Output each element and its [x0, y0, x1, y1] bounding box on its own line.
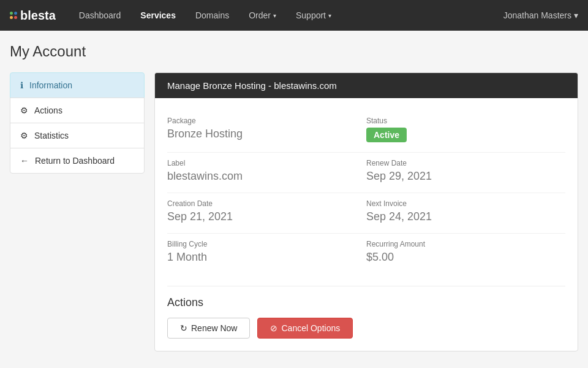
information-icon: ℹ	[20, 80, 23, 90]
sidebar-item-information-label: Information	[29, 80, 72, 90]
next-invoice-value: Sep 24, 2021	[366, 210, 559, 223]
renew-date-value: Sep 29, 2021	[366, 170, 559, 183]
logo-dot-2	[14, 12, 17, 15]
sidebar-item-return[interactable]: ← Return to Dashboard	[10, 148, 145, 174]
sidebar: ℹ Information ⚙ Actions ⚙ Statistics ← R…	[10, 72, 145, 173]
nav-support[interactable]: Support ▾	[287, 0, 340, 31]
renew-date-label: Renew Date	[366, 159, 559, 167]
footer: Powered by Blesta , © Phillips Data, Inc…	[10, 364, 578, 368]
sidebar-item-return-label: Return to Dashboard	[35, 156, 115, 166]
topnav: blesta Dashboard Services Domains Order …	[0, 0, 588, 31]
sidebar-item-statistics-label: Statistics	[34, 131, 69, 140]
recurring-amount-label: Recurring Amount	[366, 240, 559, 248]
cancel-options-button[interactable]: ⊘ Cancel Options	[257, 318, 353, 339]
user-menu[interactable]: Jonathan Masters ▾	[503, 10, 578, 20]
status-badge: Active	[366, 128, 407, 142]
return-icon: ←	[20, 156, 29, 166]
order-dropdown-arrow: ▾	[273, 12, 276, 19]
billing-cycle-label: Billing Cycle	[167, 240, 348, 248]
nav-dashboard[interactable]: Dashboard	[70, 0, 130, 31]
label-cell: Label blestawins.com	[167, 153, 366, 193]
next-invoice-label: Next Invoice	[366, 199, 559, 208]
nav-order[interactable]: Order ▾	[240, 0, 285, 31]
nav-links: Dashboard Services Domains Order ▾ Suppo…	[70, 0, 503, 31]
statistics-icon: ⚙	[20, 131, 28, 140]
label-label: Label	[167, 159, 348, 167]
creation-date-cell: Creation Date Sep 21, 2021	[167, 193, 366, 234]
creation-date-label: Creation Date	[167, 199, 348, 208]
renew-date-cell: Renew Date Sep 29, 2021	[366, 153, 565, 193]
label-value: blestawins.com	[167, 170, 348, 183]
billing-cycle-cell: Billing Cycle 1 Month	[167, 234, 366, 274]
logo-dot-1	[10, 12, 13, 15]
sidebar-item-actions[interactable]: ⚙ Actions	[10, 98, 145, 123]
panel-header-title: Manage Bronze Hosting - blestawins.com	[167, 80, 337, 91]
package-value: Bronze Hosting	[167, 128, 348, 140]
cancel-icon: ⊘	[270, 323, 277, 333]
support-dropdown-arrow: ▾	[328, 12, 331, 19]
logo-dot-4	[14, 16, 17, 19]
recurring-amount-cell: Recurring Amount $5.00	[366, 234, 565, 274]
actions-section-title: Actions	[167, 296, 565, 309]
package-cell: Package Bronze Hosting	[167, 110, 366, 153]
renew-icon: ↻	[180, 323, 187, 333]
status-label: Status	[366, 117, 559, 125]
nav-services[interactable]: Services	[132, 0, 184, 31]
panel-body: Package Bronze Hosting Status Active Lab…	[155, 98, 578, 351]
sidebar-item-information[interactable]: ℹ Information	[10, 72, 145, 98]
actions-icon: ⚙	[20, 105, 28, 115]
logo[interactable]: blesta	[10, 9, 56, 23]
page-title: My Account	[10, 43, 578, 60]
logo-dot-3	[10, 16, 13, 19]
status-badge-wrapper: Active	[366, 128, 559, 142]
sidebar-item-statistics[interactable]: ⚙ Statistics	[10, 123, 145, 148]
recurring-amount-value: $5.00	[366, 251, 559, 264]
creation-date-value: Sep 21, 2021	[167, 210, 348, 223]
package-label: Package	[167, 117, 348, 125]
status-cell: Status Active	[366, 110, 565, 153]
actions-section: Actions ↻ Renew Now ⊘ Cancel Options	[167, 286, 565, 339]
user-name: Jonathan Masters	[503, 10, 571, 20]
actions-buttons: ↻ Renew Now ⊘ Cancel Options	[167, 318, 565, 339]
next-invoice-cell: Next Invoice Sep 24, 2021	[366, 193, 565, 234]
logo-dots	[10, 12, 17, 19]
renew-now-button[interactable]: ↻ Renew Now	[167, 318, 250, 339]
user-dropdown-arrow: ▾	[574, 10, 578, 20]
panel-header: Manage Bronze Hosting - blestawins.com	[155, 73, 578, 98]
sidebar-item-actions-label: Actions	[34, 105, 62, 115]
billing-cycle-value: 1 Month	[167, 251, 348, 264]
nav-domains[interactable]: Domains	[187, 0, 238, 31]
logo-wordmark: blesta	[20, 9, 56, 23]
info-grid: Package Bronze Hosting Status Active Lab…	[167, 110, 565, 274]
main-panel: Manage Bronze Hosting - blestawins.com P…	[154, 72, 578, 351]
page-wrapper: My Account ℹ Information ⚙ Actions ⚙ Sta…	[0, 31, 588, 368]
content-layout: ℹ Information ⚙ Actions ⚙ Statistics ← R…	[10, 72, 578, 351]
